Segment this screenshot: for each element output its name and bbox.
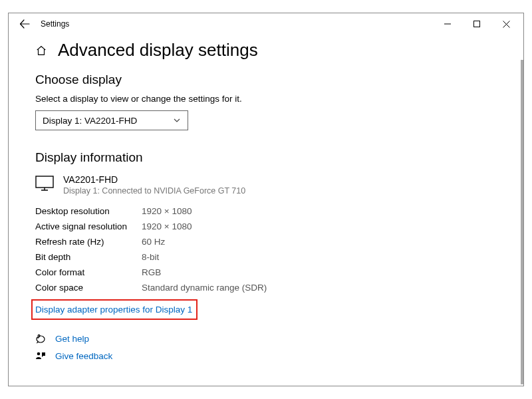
monitor-icon — [35, 176, 54, 192]
window-controls — [433, 14, 521, 34]
close-button[interactable] — [491, 14, 521, 34]
spec-label: Color space — [35, 283, 142, 293]
display-name: VA2201-FHD — [63, 174, 245, 185]
spec-table: Desktop resolution 1920 × 1080 Active si… — [35, 203, 497, 295]
give-feedback-link[interactable]: Give feedback — [35, 350, 497, 361]
choose-display-desc: Select a display to view or change the s… — [35, 94, 497, 104]
footer-links: Get help Give feedback — [35, 333, 497, 361]
choose-display-heading: Choose display — [35, 72, 497, 87]
spec-label: Bit depth — [35, 252, 142, 262]
svg-rect-0 — [474, 21, 480, 27]
home-icon[interactable] — [35, 45, 47, 57]
table-row: Active signal resolution 1920 × 1080 — [35, 219, 497, 234]
chevron-down-icon — [173, 116, 181, 124]
minimize-button[interactable] — [433, 14, 462, 34]
spec-label: Active signal resolution — [35, 221, 142, 231]
display-connection: Display 1: Connected to NVIDIA GeForce G… — [63, 186, 245, 196]
close-icon — [503, 21, 510, 28]
help-icon — [35, 333, 46, 344]
display-info-heading: Display information — [35, 150, 497, 165]
get-help-link[interactable]: Get help — [35, 333, 497, 344]
spec-value: 60 Hz — [142, 237, 165, 247]
spec-value: Standard dynamic range (SDR) — [142, 283, 267, 293]
adapter-properties-link[interactable]: Display adapter properties for Display 1 — [35, 305, 192, 315]
svg-point-3 — [37, 352, 41, 356]
give-feedback-label: Give feedback — [55, 351, 112, 361]
scrollbar[interactable] — [521, 60, 523, 384]
table-row: Refresh rate (Hz) 60 Hz — [35, 234, 497, 249]
table-row: Color space Standard dynamic range (SDR) — [35, 280, 497, 295]
back-button[interactable] — [15, 15, 34, 33]
maximize-icon — [473, 21, 480, 27]
spec-value: 8-bit — [142, 252, 159, 262]
table-row: Desktop resolution 1920 × 1080 — [35, 203, 497, 219]
content-area: Advanced display settings Choose display… — [9, 35, 523, 361]
spec-value: 1920 × 1080 — [142, 206, 192, 216]
minimize-icon — [444, 21, 451, 27]
maximize-button[interactable] — [462, 14, 491, 34]
get-help-label: Get help — [55, 334, 89, 344]
spec-label: Desktop resolution — [35, 206, 142, 216]
highlight-annotation: Display adapter properties for Display 1 — [31, 299, 198, 320]
svg-rect-1 — [36, 176, 53, 188]
spec-value: RGB — [142, 267, 161, 277]
display-select[interactable]: Display 1: VA2201-FHD — [35, 110, 188, 130]
settings-window: Settings Advanced display settings Choos… — [8, 13, 524, 386]
spec-label: Refresh rate (Hz) — [35, 237, 142, 247]
display-card: VA2201-FHD Display 1: Connected to NVIDI… — [35, 174, 497, 196]
arrow-left-icon — [19, 19, 30, 29]
svg-point-2 — [37, 336, 45, 342]
window-title: Settings — [41, 19, 69, 29]
page-header: Advanced display settings — [35, 40, 497, 61]
table-row: Bit depth 8-bit — [35, 249, 497, 265]
table-row: Color format RGB — [35, 265, 497, 280]
display-select-value: Display 1: VA2201-FHD — [43, 116, 137, 126]
page-title: Advanced display settings — [58, 40, 258, 61]
spec-value: 1920 × 1080 — [142, 221, 192, 231]
titlebar: Settings — [9, 13, 523, 35]
spec-label: Color format — [35, 267, 142, 277]
feedback-icon — [35, 350, 46, 361]
